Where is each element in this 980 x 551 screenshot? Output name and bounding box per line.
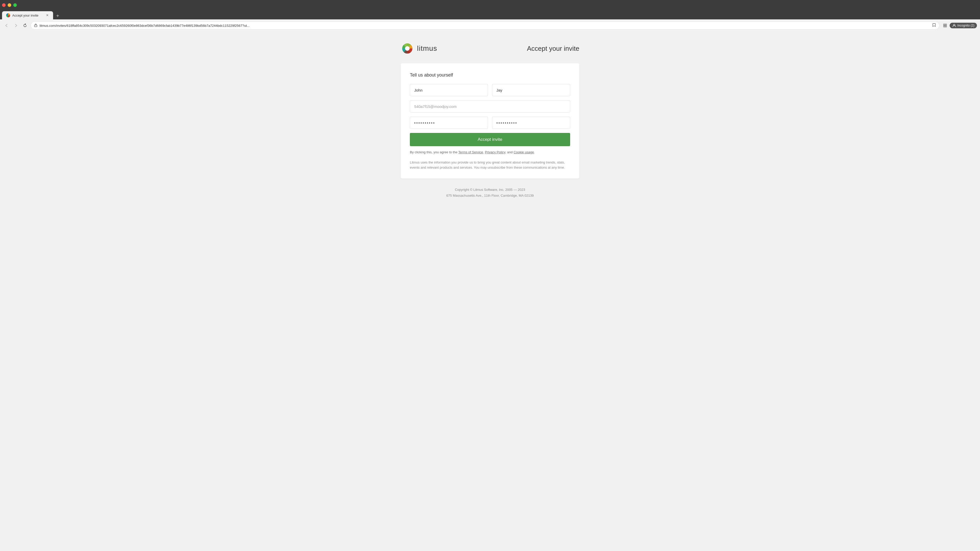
nav-right: Incognito (2) [942,22,977,29]
form-section-title: Tell us about yourself [410,73,570,78]
name-row [410,84,570,96]
active-tab[interactable]: Accept your invite × [2,11,53,19]
minimize-window-button[interactable] [8,3,11,7]
extensions-icon [943,23,947,28]
incognito-badge: Incognito (2) [950,23,977,28]
title-bar [0,0,980,10]
logo-text: litmus [417,44,437,52]
svg-rect-0 [35,25,37,27]
cookie-usage-link[interactable]: Cookie usage [514,150,534,154]
page-header: litmus Accept your invite [401,42,579,55]
maximize-window-button[interactable] [13,3,17,7]
privacy-policy-link[interactable]: Privacy Policy [485,150,505,154]
comma-1: , [483,150,484,154]
litmus-logo [401,42,414,55]
confirm-password-input[interactable] [492,117,570,129]
svg-point-6 [405,46,410,51]
back-button[interactable] [3,22,10,29]
legal-suffix: . [534,150,535,154]
tab-label: Accept your invite [12,14,44,17]
password-row [410,117,570,129]
incognito-icon [952,24,956,27]
forward-icon [14,23,18,28]
address-input[interactable] [40,24,930,27]
svg-rect-2 [945,24,947,25]
legal-text: By clicking this, you agree to the Terms… [410,150,570,155]
nav-bar: Incognito (2) [0,19,980,32]
address-bar-wrapper[interactable] [30,21,939,30]
tab-bar: Accept your invite × + [0,10,980,19]
close-window-button[interactable] [2,3,6,7]
refresh-button[interactable] [21,22,29,29]
new-tab-button[interactable]: + [54,12,61,19]
extensions-button[interactable] [942,22,948,29]
svg-rect-1 [943,24,945,25]
svg-rect-3 [943,26,945,27]
incognito-label: Incognito (2) [957,24,974,27]
refresh-icon [23,23,27,28]
password-input[interactable] [410,117,488,129]
window-controls [2,3,17,7]
browser-chrome: Accept your invite × + [0,0,980,32]
first-name-input[interactable] [410,84,488,96]
terms-of-service-link[interactable]: Terms of Service [458,150,483,154]
footer-line1: Copyright © Litmus Software, Inc. 2005 —… [446,187,534,192]
legal-prefix: By clicking this, you agree to the [410,150,458,154]
page-title: Accept your invite [527,44,579,52]
last-name-input[interactable] [492,84,570,96]
forward-button[interactable] [12,22,19,29]
lock-icon [34,24,38,28]
tab-favicon [6,13,10,17]
footer: Copyright © Litmus Software, Inc. 2005 —… [446,187,534,199]
email-row [410,100,570,113]
info-text: Litmus uses the information you provide … [410,160,570,171]
email-input[interactable] [410,100,570,113]
form-card: Tell us about yourself Accept invite By … [401,63,579,179]
svg-rect-4 [945,26,947,27]
page-content: litmus Accept your invite Tell us about … [0,32,980,551]
back-icon [4,23,9,28]
tab-close-button[interactable]: × [46,13,49,17]
and-text: , and [505,150,513,154]
accept-invite-button[interactable]: Accept invite [410,133,570,146]
bookmark-icon[interactable] [932,23,936,28]
footer-line2: 675 Massachusetts Ave., 11th Floor, Camb… [446,192,534,198]
logo-container: litmus [401,42,437,55]
